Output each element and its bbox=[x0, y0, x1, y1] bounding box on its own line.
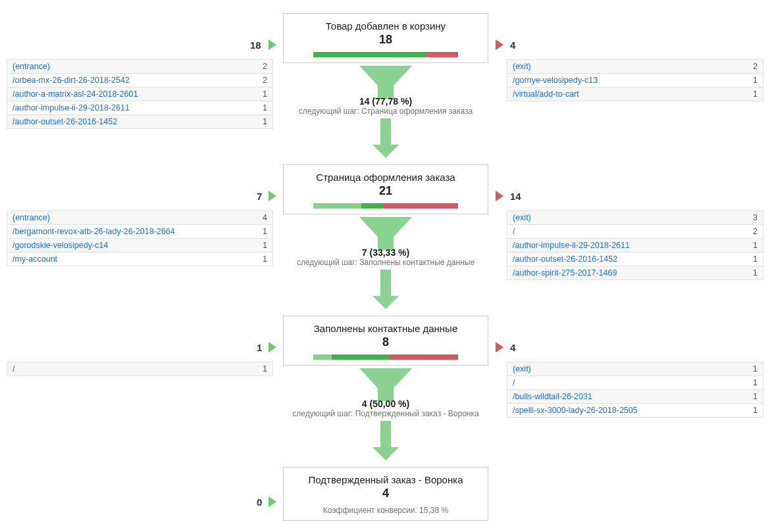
step-title: Заполнены контактные данные bbox=[292, 323, 480, 334]
step-2-entrances-table: (entrance)4 /bergamont-revox-atb-26-lady… bbox=[7, 210, 273, 266]
funnel-step-3: Заполнены контактные данные 8 bbox=[283, 316, 488, 366]
path-link[interactable]: / bbox=[13, 364, 14, 374]
svg-marker-2 bbox=[373, 145, 399, 158]
path-link[interactable]: /virtual/add-to-cart bbox=[513, 89, 579, 99]
path-link[interactable]: /author-impulse-ii-29-2018-2611 bbox=[513, 241, 630, 250]
step-title: Страница оформления заказа bbox=[292, 172, 480, 183]
path-link[interactable]: /author-impulse-ii-29-2018-2611 bbox=[13, 103, 130, 112]
arrow-out-icon bbox=[496, 39, 503, 50]
path-link[interactable]: (exit) bbox=[513, 213, 531, 222]
step-title: Товар добавлен в корзину bbox=[292, 20, 480, 32]
step-count: 8 bbox=[292, 335, 480, 349]
funnel-step-2: Страница оформления заказа 21 bbox=[283, 164, 488, 214]
arrow-in-icon bbox=[269, 39, 276, 50]
path-link[interactable]: /gornye-velosipedy-c13 bbox=[513, 76, 598, 85]
table-row[interactable]: /orbea-mx-26-dirt-26-2018-25422 bbox=[7, 74, 272, 87]
step-progress-bar bbox=[313, 203, 458, 208]
table-row[interactable]: /author-outset-26-2016-14521 bbox=[507, 253, 763, 266]
step-3-entrances-table: /1 bbox=[7, 362, 273, 376]
path-link[interactable]: /my-account bbox=[13, 254, 57, 264]
path-link[interactable]: (exit) bbox=[513, 364, 531, 374]
svg-rect-1 bbox=[380, 118, 391, 145]
table-row[interactable]: /gorodskie-velosipedy-c141 bbox=[7, 239, 272, 253]
table-row[interactable]: (exit)1 bbox=[507, 362, 763, 376]
path-link[interactable]: /spelli-sx-3000-lady-26-2018-2505 bbox=[513, 406, 638, 415]
step-count: 18 bbox=[292, 33, 480, 47]
table-row[interactable]: /author-outset-26-2016-14521 bbox=[7, 115, 272, 128]
path-link[interactable]: /orbea-mx-26-dirt-26-2018-2542 bbox=[13, 76, 130, 85]
table-row[interactable]: /author-impulse-ii-29-2018-26111 bbox=[507, 239, 763, 253]
connector-sublabel: следующий шаг: Подтвержденный заказ - Во… bbox=[283, 409, 488, 418]
table-row[interactable]: /author-a-matrix-asl-24-2018-26011 bbox=[7, 87, 272, 101]
step-count: 4 bbox=[292, 487, 480, 500]
funnel-step-4: Подтвержденный заказ - Воронка 4 Коэффиц… bbox=[283, 467, 488, 521]
path-link[interactable]: /author-outset-26-2016-1452 bbox=[13, 117, 117, 126]
step-2-exits-count: 14 bbox=[510, 191, 521, 202]
table-row[interactable]: /virtual/add-to-cart1 bbox=[507, 87, 763, 101]
arrow-in-icon bbox=[269, 191, 276, 201]
svg-rect-4 bbox=[380, 270, 391, 296]
conversion-rate-label: Коэффициент конверсии: 15,38 % bbox=[292, 506, 480, 515]
path-link[interactable]: /bulls-wildtail-26-2031 bbox=[513, 392, 592, 401]
svg-marker-0 bbox=[359, 66, 412, 99]
connector-label: 7 (33,33 %) bbox=[283, 247, 488, 258]
connector-sublabel: следующий шаг: Заполнены контактные данн… bbox=[283, 258, 488, 267]
table-row[interactable]: /1 bbox=[507, 376, 763, 390]
step-1-exits-count: 4 bbox=[510, 39, 515, 51]
step-2-exits-table: (exit)3 /2 /author-impulse-ii-29-2018-26… bbox=[507, 210, 763, 280]
path-link[interactable]: (exit) bbox=[513, 62, 531, 71]
step-count: 21 bbox=[292, 184, 480, 198]
step-2-entrances-count: 7 bbox=[257, 191, 262, 202]
step-title: Подтвержденный заказ - Воронка bbox=[292, 474, 480, 485]
step-1-exits-table: (exit)2 /gornye-velosipedy-c131 /virtual… bbox=[507, 59, 763, 101]
path-link[interactable]: / bbox=[513, 378, 515, 387]
path-link[interactable]: /author-spirit-275-2017-1469 bbox=[513, 268, 617, 278]
table-row[interactable]: (entrance)2 bbox=[7, 60, 272, 74]
arrow-out-icon bbox=[496, 342, 503, 352]
arrow-in-icon bbox=[269, 342, 276, 352]
table-row[interactable]: (entrance)4 bbox=[7, 211, 272, 225]
path-link[interactable]: /author-a-matrix-asl-24-2018-2601 bbox=[13, 89, 138, 99]
funnel-connector-3: 4 (50,00 %) следующий шаг: Подтвержденны… bbox=[283, 368, 488, 460]
connector-label: 14 (77,78 %) bbox=[283, 96, 488, 107]
table-row[interactable]: /2 bbox=[507, 225, 763, 239]
arrow-in-icon bbox=[269, 496, 276, 507]
table-row[interactable]: /gornye-velosipedy-c131 bbox=[507, 74, 763, 87]
funnel-step-1: Товар добавлен в корзину 18 bbox=[283, 13, 488, 63]
step-1-entrances-count: 18 bbox=[250, 39, 261, 51]
funnel-connector-1: 14 (77,78 %) следующий шаг: Страница офо… bbox=[283, 66, 488, 158]
path-link[interactable]: /author-outset-26-2016-1452 bbox=[513, 254, 617, 264]
step-3-exits-table: (exit)1 /1 /bulls-wildtail-26-20311 /spe… bbox=[507, 362, 763, 418]
funnel-connector-2: 7 (33,33 %) следующий шаг: Заполнены кон… bbox=[283, 217, 488, 309]
svg-rect-7 bbox=[380, 421, 391, 447]
table-row[interactable]: /bulls-wildtail-26-20311 bbox=[507, 390, 763, 404]
path-link[interactable]: (entrance) bbox=[13, 213, 50, 222]
step-progress-bar bbox=[313, 52, 458, 57]
table-row[interactable]: /bergamont-revox-atb-26-lady-26-2018-266… bbox=[7, 225, 272, 239]
connector-label: 4 (50,00 %) bbox=[283, 399, 488, 409]
table-row[interactable]: /spelli-sx-3000-lady-26-2018-25051 bbox=[507, 404, 763, 417]
svg-marker-8 bbox=[373, 447, 399, 460]
table-row[interactable]: /1 bbox=[7, 362, 272, 375]
svg-marker-3 bbox=[359, 217, 412, 250]
step-progress-bar bbox=[313, 354, 458, 360]
table-row[interactable]: /my-account1 bbox=[7, 253, 272, 266]
path-link[interactable]: /bergamont-revox-atb-26-lady-26-2018-266… bbox=[13, 227, 175, 236]
svg-marker-6 bbox=[359, 368, 412, 401]
step-3-exits-count: 4 bbox=[510, 342, 515, 353]
svg-marker-5 bbox=[373, 296, 399, 309]
step-3-entrances-count: 1 bbox=[257, 342, 262, 353]
path-link[interactable]: (entrance) bbox=[13, 62, 50, 71]
arrow-out-icon bbox=[496, 191, 503, 201]
table-row[interactable]: (exit)2 bbox=[507, 60, 763, 74]
table-row[interactable]: (exit)3 bbox=[507, 211, 763, 225]
table-row[interactable]: /author-impulse-ii-29-2018-26111 bbox=[7, 101, 272, 115]
step-1-entrances-table: (entrance)2 /orbea-mx-26-dirt-26-2018-25… bbox=[7, 59, 273, 129]
path-link[interactable]: /gorodskie-velosipedy-c14 bbox=[13, 241, 108, 250]
step-4-entrances-count: 0 bbox=[257, 496, 262, 508]
connector-sublabel: следующий шаг: Страница оформления заказ… bbox=[283, 107, 488, 116]
path-link[interactable]: / bbox=[513, 227, 515, 236]
table-row[interactable]: /author-spirit-275-2017-14691 bbox=[507, 266, 763, 279]
